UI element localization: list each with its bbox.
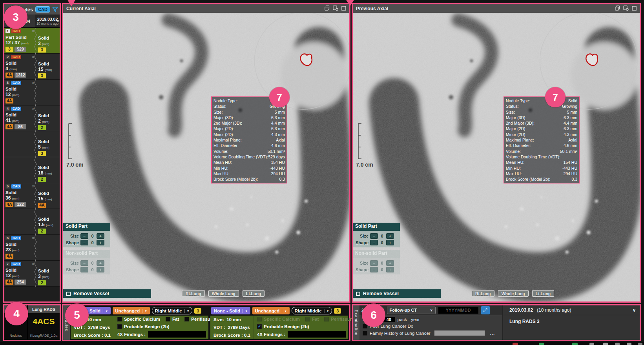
lung-region-button[interactable]: Rt.Lung [472,290,494,297]
link-zigzag [34,28,37,54]
more-button[interactable]: ... [490,331,495,336]
copy-report-icon[interactable] [615,5,620,12]
nodule-row[interactable]: 6 CAD × Solid 23 (mm) 4A [4,235,60,261]
vdt-value: 2789 Days [88,325,110,330]
brock-score: Brock Score : 0.1 [213,333,250,338]
nodule-current-cell: 6 CAD × Solid 23 (mm) 4A [4,235,35,260]
study-type-dropdown[interactable]: Follow-up CT ∨ [387,307,436,314]
overlay-label: Min HU: [213,165,228,171]
overlay-value: -443 HU [270,165,285,171]
filter-icon[interactable] [52,7,58,13]
remove-vessel-control[interactable]: Remove Vessel [63,289,151,298]
adjust-label: Shape [354,240,369,245]
smoking-unit: pack - year [398,317,420,322]
nodule-size-label: 15 (mm) [38,196,58,202]
maximize-icon[interactable] [632,5,637,12]
family-history-input[interactable] [434,330,485,336]
location-dropdown[interactable]: Right Middle | ∨ [292,307,332,314]
tab-examination[interactable]: Examination [353,305,359,340]
lung-region-button[interactable]: Lt.Lung [532,290,554,297]
expand-icon[interactable]: ⤢ [481,306,490,314]
previous-lungrads-result: Lung RADS 3 [503,315,640,328]
nodule-row[interactable]: 5 CAD × Solid 36 (mm) 4A 122 Solid 15 (m… [4,183,60,209]
nodule-row[interactable]: 7 CAD × Solid 12 (mm) 4A 254 Solid 3 (mm… [4,261,60,287]
probable-benign-checkbox[interactable]: ✓Probable Benign (2b) [257,324,309,329]
nodule-current-cell: 7 CAD × Solid 12 (mm) 4A 254 [4,261,35,286]
checkbox-label: Fat [312,317,319,321]
lung-region-button[interactable]: Whole Lung [208,290,239,297]
findings-input[interactable] [148,331,206,338]
nodule-row[interactable]: 1 CAD × Part Solid 12 / 37 (mm) 3 529 So… [4,28,60,54]
remove-vessel-control[interactable]: Remove Vessel [353,289,441,298]
size-unit: (mm) [42,120,49,123]
size-value: 2 [38,118,41,124]
lung-region-button[interactable]: Rt.Lung [182,290,205,297]
increase-button[interactable]: + [97,240,104,245]
previous-study-date[interactable]: 2019.03.02 10 months ago [35,15,60,27]
increase-button[interactable]: + [386,233,394,239]
decrease-button[interactable]: − [80,240,88,245]
decrease-button[interactable]: − [80,233,88,239]
date-input[interactable] [438,307,478,314]
capture-settings-icon[interactable] [623,5,629,12]
findings-input[interactable] [288,331,346,338]
decrease-button[interactable]: − [370,240,378,245]
increase-button[interactable]: + [97,233,104,239]
lung-region-button[interactable]: Whole Lung [498,290,529,297]
nodule-row[interactable]: Solid 5 (mm) 3 [4,131,60,157]
lung-region-button[interactable]: Lt.Lung [243,290,265,297]
nodule-size-label: 15 (mm) [38,67,58,72]
taskbar-icon-fragment [615,343,620,345]
remove-vessel-checkbox[interactable] [356,292,360,296]
overlay-row: Size: 5 mm [506,109,577,115]
cad-badge: CAD [11,81,21,85]
nodule-size-label: 18 (mm) [38,170,58,176]
decrease-button[interactable]: − [370,233,378,239]
chevron-right-icon[interactable]: > [57,18,59,23]
chevron-down-icon[interactable]: ∨ [633,308,636,313]
nodule-edit-group-current: None - Solid | ∨ Unchanged | ∨ Right Mid… [71,306,208,339]
increase-button[interactable]: + [386,240,394,245]
nodule-row[interactable]: Solid 1.5 (mm) 2 [4,209,60,235]
size-unit: (mm) [42,275,49,279]
nodule-type-label: Solid [38,139,58,144]
overlay-row: Size: 5 mm [213,109,285,115]
solid-part-title: Solid Part [353,223,400,231]
checkbox-icon [117,317,122,321]
nodule-type-dropdown[interactable]: None - Solid | ∨ [211,307,250,314]
previous-axial-viewport[interactable]: 7.0 cm Nodule Type: Solid Status: Growin… [353,13,640,301]
cad-toggle-button[interactable]: CAD [35,6,50,13]
copy-report-icon[interactable] [325,5,330,12]
nodule-size-label: 12 (mm) [5,273,34,278]
nodule-previous-cell: Solid 3 (mm) 3 [35,28,60,53]
perifissural-checkbox: Perifissural [324,317,356,321]
current-axial-viewport[interactable]: 7.0 cm Nodule Type: Solid Status: Growin… [63,13,349,301]
nodule-size-label: 2 (mm) [38,118,58,124]
status-dropdown[interactable]: Unchanged | ∨ [252,307,290,314]
nodule-row[interactable]: 3 CAD × Solid 12 (mm) 4A [4,80,60,105]
lungrads-model: KLungRADS_1.0a [28,334,60,338]
category-badge: 2 [38,229,46,234]
overlay-label: Volume: [506,149,521,154]
category-badge: 3 [38,47,46,53]
location-dropdown[interactable]: Right Middle | ∨ [152,307,192,314]
volume-badge [15,228,26,233]
nodule-type-label: Solid [38,216,58,222]
specific-calcium-checkbox[interactable]: Specific Calcium [117,317,160,321]
overlay-value: 50.1 mm³ [560,149,577,154]
status-dropdown[interactable]: Unchanged | ∨ [113,307,150,314]
nodule-row[interactable]: 2 CAD × Solid 4 (mm) 4A 1312 Solid 15 (m… [4,54,60,80]
cad-badge: CAD [11,262,21,266]
probable-benign-checkbox[interactable]: Probable Benign (2b) [117,324,170,329]
nodule-row[interactable]: 4 CAD × Solid 41 (mm) 4A 86 Solid 2 (mm)… [4,105,60,131]
fat-checkbox: Fat [305,317,319,321]
fat-checkbox[interactable]: Fat [166,317,179,321]
family-history-checkbox[interactable]: Family History of Lung Cancer ... [363,330,499,336]
nodule-row[interactable]: Solid 18 (mm) 2 [4,157,60,183]
capture-settings-icon[interactable] [333,5,338,12]
maximize-icon[interactable] [341,5,346,12]
prior-cancer-checkbox[interactable]: Prior Lung Cancer Dx [363,323,499,329]
overlay-label: Mean HU: [506,160,524,165]
remove-vessel-checkbox[interactable] [66,292,71,296]
decrease-button: − [370,267,378,272]
